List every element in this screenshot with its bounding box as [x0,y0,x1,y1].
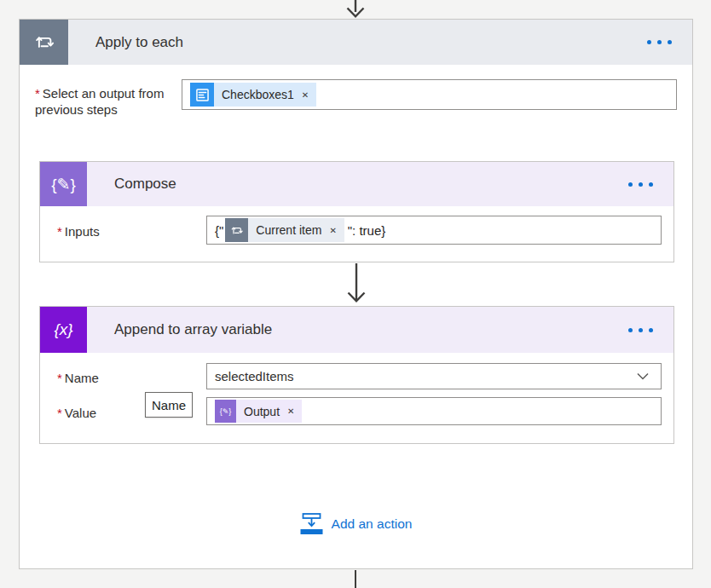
compose-inputs-field[interactable]: {" Current item ✕ ": true} [206,216,662,245]
apply-to-each-scope: Apply to each *Select an output from pre… [19,19,693,569]
append-to-array-card: {x} Append to array variable *Name selec… [39,306,674,444]
apply-to-each-loop-icon [20,20,68,65]
input-text-suffix: ": true} [348,223,386,238]
name-dropdown[interactable]: selectedItems [206,363,662,389]
name-dropdown-value: selectedItems [215,369,294,383]
required-marker: * [57,224,62,239]
required-marker: * [57,371,62,385]
add-action-icon [300,513,323,535]
flow-designer-canvas: Apply to each *Select an output from pre… [0,0,711,588]
apply-to-each-header[interactable]: Apply to each [20,20,692,65]
append-header[interactable]: {x} Append to array variable [40,307,673,353]
checkboxes-form-icon [190,83,214,107]
add-action-label: Add an action [332,516,413,532]
remove-token-icon[interactable]: ✕ [302,90,309,100]
apply-to-each-loop-icon [225,218,248,242]
required-marker: * [35,86,40,101]
more-actions-button[interactable] [627,177,655,192]
current-item-token[interactable]: Current item ✕ [225,218,344,242]
input-text-prefix: {" [215,223,223,238]
select-output-input[interactable]: Checkboxes1 ✕ [182,79,677,110]
compose-icon: {✎} [40,162,87,206]
select-output-label: *Select an output from previous steps [35,85,182,118]
output-token[interactable]: {✎} Output ✕ [215,400,302,423]
compose-icon: {✎} [215,400,236,423]
variable-icon: {x} [40,307,87,353]
name-label: *Name [57,370,99,386]
token-label: Checkboxes1 [222,88,294,101]
token-label: Output [244,405,280,418]
more-actions-button[interactable] [627,323,655,337]
required-marker: * [57,406,62,420]
connector-arrow-mid [344,263,369,308]
chevron-down-icon[interactable] [637,372,649,380]
value-label: *Value [57,405,96,421]
append-title: Append to array variable [114,321,272,338]
more-actions-button[interactable] [645,35,673,49]
scope-title: Apply to each [95,34,183,51]
remove-token-icon[interactable]: ✕ [329,226,336,235]
compose-header[interactable]: {✎} Compose [40,162,673,206]
connector-line-bottom [355,570,357,588]
compose-card: {✎} Compose *Inputs {" Current item ✕ [39,161,674,262]
inputs-label: *Inputs [57,223,100,239]
checkboxes-token[interactable]: Checkboxes1 ✕ [190,83,316,107]
connector-arrow-top [343,0,368,19]
remove-token-icon[interactable]: ✕ [287,406,294,416]
token-label: Current item [256,223,321,237]
value-field[interactable]: {✎} Output ✕ [206,397,662,425]
value-field-tooltip: Name [145,392,193,418]
compose-title: Compose [114,176,176,193]
add-action-button[interactable]: Add an action [20,511,692,537]
